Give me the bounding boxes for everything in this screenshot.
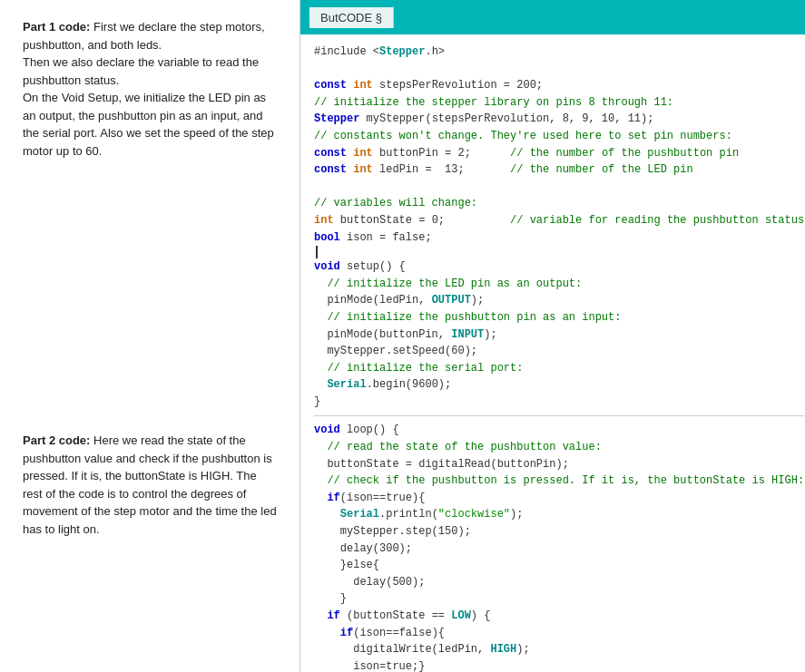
code-loop: void loop() { // read the state of the p… xyxy=(314,422,804,672)
code-setup: void setup() { // initialize the LED pin… xyxy=(314,258,804,410)
part2-section: Part 2 code: Here we read the state of t… xyxy=(23,432,277,538)
code-divider-1 xyxy=(314,415,804,416)
code-tab[interactable]: ButCODE § xyxy=(300,0,805,33)
code-line-steps: const int stepsPerRevolution = 200; // i… xyxy=(314,77,804,179)
code-line-blank2 xyxy=(314,179,804,196)
left-panel: Part 1 code: First we declare the step m… xyxy=(0,0,299,672)
code-line-include: #include <Stepper.h> xyxy=(314,44,804,61)
part1-section: Part 1 code: First we declare the step m… xyxy=(23,18,277,160)
tab-label[interactable]: ButCODE § xyxy=(309,5,394,28)
part2-text: Part 2 code: Here we read the state of t… xyxy=(23,432,277,538)
right-panel: ButCODE § #include <Stepper.h> const int… xyxy=(299,0,805,672)
cursor-line xyxy=(314,246,804,258)
code-line-vars: // variables will change: int buttonStat… xyxy=(314,195,804,246)
text-cursor xyxy=(316,246,318,258)
part1-text: Part 1 code: First we declare the step m… xyxy=(23,18,277,160)
code-content: #include <Stepper.h> const int stepsPerR… xyxy=(300,33,805,672)
code-line-blank1 xyxy=(314,61,804,78)
